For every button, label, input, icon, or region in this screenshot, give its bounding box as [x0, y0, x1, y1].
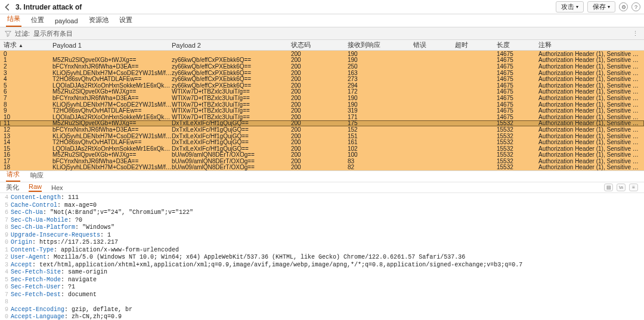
table-row[interactable]: 3KLiOj5yvhLDENIxH7M+CsoDE2YWJ1sM/f1eyTAu…: [0, 70, 644, 76]
tab-raw[interactable]: Raw: [29, 183, 42, 192]
col-received[interactable]: 接收到响应: [348, 41, 413, 49]
tab-pool[interactable]: 资源池: [88, 14, 110, 27]
table-row[interactable]: 8KLiOj5yvhLDENIxH7M+CsoDE2YWJ1sM/f1eyTAu…: [0, 101, 644, 108]
help-icon[interactable]: ?: [631, 2, 640, 11]
table-row[interactable]: 9T2HO86svQhvOvHATDLAFEw==WTlXw7D+tTBZxlc…: [0, 107, 644, 114]
col-note[interactable]: 注释: [538, 41, 644, 49]
table-row[interactable]: 6M5ZRu2SlQpvelXGb+tWJXg==WTlXw7D+tTBZxlc…: [0, 89, 644, 95]
wrap-icon[interactable]: ≡: [629, 184, 638, 191]
col-payload1[interactable]: Payload 1: [52, 42, 172, 49]
table-row[interactable]: 15LQOIaDJAs2RtXoOnHxnSokkeMr1E6xQkq3dF88…: [0, 145, 644, 152]
table-row[interactable]: 4T2HO86svQhvOvHATDLAFEw==zy66kwQb/effCxP…: [0, 76, 644, 82]
request-editor[interactable]: 4Content-Length: 111 5Cache-Control: max…: [0, 193, 644, 320]
table-row[interactable]: 14T2HO86svQhvOvHATDLAFEw==DxTxlLeXxIFc/H…: [0, 139, 644, 145]
col-status[interactable]: 状态码: [291, 41, 348, 49]
results-grid: 请求 ▲ Payload 1 Payload 2 状态码 接收到响应 错误 超时…: [0, 40, 644, 170]
table-row[interactable]: 16M5ZRu2SlQpvelXGb+tWJXg==bU/w09/amlQN8D…: [0, 152, 644, 159]
table-row[interactable]: 10LQOIaDJAs2RtXoOnHxnSokkeMr1E6xQkq3dF88…: [0, 114, 644, 120]
tab-response[interactable]: 响应: [30, 170, 44, 182]
tab-positions[interactable]: 位置: [30, 14, 45, 27]
request-response-tabs: 请求 响应: [0, 170, 644, 182]
table-row[interactable]: 7bFCYnxNnxhJR6fWha+D3EA==WTlXw7D+tTBZxlc…: [0, 95, 644, 101]
format-tabs: 美化 Raw Hex ▤ \n ≡: [0, 182, 644, 193]
col-payload2[interactable]: Payload 2: [172, 42, 291, 49]
window-title: 3. Intruder attack of: [16, 3, 82, 11]
table-row[interactable]: 12bFCYnxNnxhJR6fWha+D3EA==DxTxlLeXxIFc/H…: [0, 126, 644, 133]
chevron-down-icon: ▾: [576, 4, 578, 10]
table-row[interactable]: 11M5ZRu2SlQpvelXGb+tWJXg==DxTxlLeXxIFc/H…: [0, 120, 644, 127]
table-row[interactable]: 020019014675Authorization Header (1), Se…: [0, 51, 644, 57]
col-timeout[interactable]: 超时: [455, 41, 497, 49]
tab-hex[interactable]: Hex: [51, 184, 63, 191]
grid-rows: 020019014675Authorization Header (1), Se…: [0, 51, 644, 170]
table-row[interactable]: 5LQOIaDJAs2RtXoOnHxnSokkeMr1E6xQkq3dF88C…: [0, 82, 644, 89]
col-length[interactable]: 长度: [497, 41, 538, 49]
tab-pretty[interactable]: 美化: [6, 183, 19, 192]
table-row[interactable]: 18KLiOj5yvhLDENIxH7M+CsoDE2YWJ1sM/f1eyTA…: [0, 164, 644, 171]
more-icon[interactable]: ⋮: [632, 30, 639, 38]
render-icon[interactable]: ▤: [604, 184, 613, 191]
table-row[interactable]: 17bFCYnxNnxhJR6fWha+D3EA==bU/w09/amlQN8D…: [0, 158, 644, 164]
filter-text: 显示所有条目: [33, 29, 73, 38]
tab-payloads[interactable]: payload: [54, 15, 79, 27]
filter-icon: [5, 30, 11, 37]
main-tabs: 结果 位置 payload 资源池 设置: [0, 14, 644, 27]
settings-icon[interactable]: ⚙: [619, 2, 628, 11]
table-row[interactable]: 13KLiOj5yvhLDENIxH7M+CsoDE2YWJ1sM/f1eyTA…: [0, 133, 644, 139]
chevron-down-icon: ▾: [608, 4, 610, 10]
tab-results[interactable]: 结果: [6, 13, 21, 27]
grid-header: 请求 ▲ Payload 1 Payload 2 状态码 接收到响应 错误 超时…: [0, 40, 644, 51]
tab-settings[interactable]: 设置: [118, 14, 134, 27]
table-row[interactable]: 2bFCYnxNnxhJR6fWha+D3EA==zy66kwQb/effCxP…: [0, 63, 644, 70]
tab-request[interactable]: 请求: [6, 169, 20, 182]
save-button[interactable]: 保存▾: [587, 1, 615, 13]
filter-bar[interactable]: 过滤: 显示所有条目 ⋮: [0, 27, 644, 40]
back-icon[interactable]: [4, 3, 12, 11]
col-request[interactable]: 请求 ▲: [0, 41, 52, 49]
filter-label: 过滤:: [15, 29, 30, 38]
newline-icon[interactable]: \n: [617, 184, 626, 191]
titlebar: 3. Intruder attack of 攻击▾ 保存▾ ⚙ ?: [0, 0, 644, 14]
attack-button[interactable]: 攻击▾: [556, 1, 584, 13]
col-error[interactable]: 错误: [413, 41, 455, 49]
table-row[interactable]: 1M5ZRu2SlQpvelXGb+tWJXg==zy66kwQb/effCxP…: [0, 57, 644, 64]
